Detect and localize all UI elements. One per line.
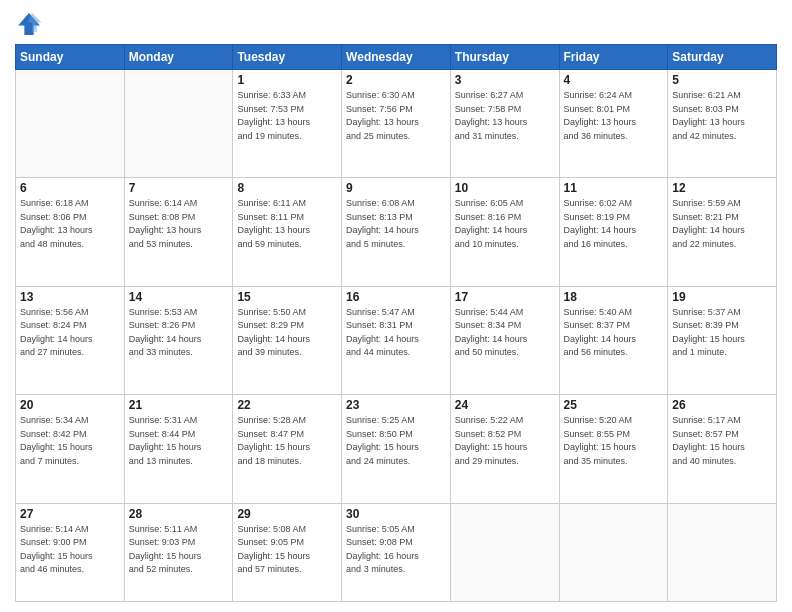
calendar-cell: 22Sunrise: 5:28 AMSunset: 8:47 PMDayligh…: [233, 395, 342, 503]
calendar-cell: 29Sunrise: 5:08 AMSunset: 9:05 PMDayligh…: [233, 503, 342, 601]
day-info: Sunrise: 5:11 AMSunset: 9:03 PMDaylight:…: [129, 523, 229, 577]
calendar-cell: 7Sunrise: 6:14 AMSunset: 8:08 PMDaylight…: [124, 178, 233, 286]
calendar-cell: 13Sunrise: 5:56 AMSunset: 8:24 PMDayligh…: [16, 286, 125, 394]
day-number: 30: [346, 507, 446, 521]
day-info: Sunrise: 6:14 AMSunset: 8:08 PMDaylight:…: [129, 197, 229, 251]
day-info: Sunrise: 6:24 AMSunset: 8:01 PMDaylight:…: [564, 89, 664, 143]
day-number: 13: [20, 290, 120, 304]
calendar-cell: [450, 503, 559, 601]
weekday-header-saturday: Saturday: [668, 45, 777, 70]
day-number: 8: [237, 181, 337, 195]
day-info: Sunrise: 5:37 AMSunset: 8:39 PMDaylight:…: [672, 306, 772, 360]
calendar-cell: 3Sunrise: 6:27 AMSunset: 7:58 PMDaylight…: [450, 70, 559, 178]
day-number: 26: [672, 398, 772, 412]
day-info: Sunrise: 5:25 AMSunset: 8:50 PMDaylight:…: [346, 414, 446, 468]
day-info: Sunrise: 5:40 AMSunset: 8:37 PMDaylight:…: [564, 306, 664, 360]
calendar-cell: 15Sunrise: 5:50 AMSunset: 8:29 PMDayligh…: [233, 286, 342, 394]
calendar-cell: 20Sunrise: 5:34 AMSunset: 8:42 PMDayligh…: [16, 395, 125, 503]
week-row-5: 27Sunrise: 5:14 AMSunset: 9:00 PMDayligh…: [16, 503, 777, 601]
day-info: Sunrise: 6:05 AMSunset: 8:16 PMDaylight:…: [455, 197, 555, 251]
calendar-cell: 21Sunrise: 5:31 AMSunset: 8:44 PMDayligh…: [124, 395, 233, 503]
calendar-cell: [559, 503, 668, 601]
calendar-cell: 24Sunrise: 5:22 AMSunset: 8:52 PMDayligh…: [450, 395, 559, 503]
weekday-header-friday: Friday: [559, 45, 668, 70]
day-info: Sunrise: 5:47 AMSunset: 8:31 PMDaylight:…: [346, 306, 446, 360]
day-info: Sunrise: 5:14 AMSunset: 9:00 PMDaylight:…: [20, 523, 120, 577]
day-number: 21: [129, 398, 229, 412]
week-row-3: 13Sunrise: 5:56 AMSunset: 8:24 PMDayligh…: [16, 286, 777, 394]
day-info: Sunrise: 5:22 AMSunset: 8:52 PMDaylight:…: [455, 414, 555, 468]
day-number: 22: [237, 398, 337, 412]
calendar-cell: 12Sunrise: 5:59 AMSunset: 8:21 PMDayligh…: [668, 178, 777, 286]
calendar-cell: [124, 70, 233, 178]
calendar-cell: 11Sunrise: 6:02 AMSunset: 8:19 PMDayligh…: [559, 178, 668, 286]
weekday-header-tuesday: Tuesday: [233, 45, 342, 70]
weekday-header-row: SundayMondayTuesdayWednesdayThursdayFrid…: [16, 45, 777, 70]
day-number: 5: [672, 73, 772, 87]
header: [15, 10, 777, 38]
calendar-cell: 23Sunrise: 5:25 AMSunset: 8:50 PMDayligh…: [342, 395, 451, 503]
day-info: Sunrise: 5:17 AMSunset: 8:57 PMDaylight:…: [672, 414, 772, 468]
calendar-cell: 14Sunrise: 5:53 AMSunset: 8:26 PMDayligh…: [124, 286, 233, 394]
day-number: 7: [129, 181, 229, 195]
day-number: 23: [346, 398, 446, 412]
calendar-cell: [668, 503, 777, 601]
day-number: 2: [346, 73, 446, 87]
calendar-cell: 4Sunrise: 6:24 AMSunset: 8:01 PMDaylight…: [559, 70, 668, 178]
day-info: Sunrise: 6:30 AMSunset: 7:56 PMDaylight:…: [346, 89, 446, 143]
day-info: Sunrise: 6:21 AMSunset: 8:03 PMDaylight:…: [672, 89, 772, 143]
calendar-cell: 30Sunrise: 5:05 AMSunset: 9:08 PMDayligh…: [342, 503, 451, 601]
day-info: Sunrise: 6:02 AMSunset: 8:19 PMDaylight:…: [564, 197, 664, 251]
day-number: 3: [455, 73, 555, 87]
weekday-header-thursday: Thursday: [450, 45, 559, 70]
day-info: Sunrise: 6:27 AMSunset: 7:58 PMDaylight:…: [455, 89, 555, 143]
calendar-cell: 9Sunrise: 6:08 AMSunset: 8:13 PMDaylight…: [342, 178, 451, 286]
day-info: Sunrise: 5:20 AMSunset: 8:55 PMDaylight:…: [564, 414, 664, 468]
day-number: 4: [564, 73, 664, 87]
day-info: Sunrise: 5:59 AMSunset: 8:21 PMDaylight:…: [672, 197, 772, 251]
day-info: Sunrise: 5:28 AMSunset: 8:47 PMDaylight:…: [237, 414, 337, 468]
day-number: 1: [237, 73, 337, 87]
calendar-cell: 27Sunrise: 5:14 AMSunset: 9:00 PMDayligh…: [16, 503, 125, 601]
day-number: 25: [564, 398, 664, 412]
calendar-cell: 17Sunrise: 5:44 AMSunset: 8:34 PMDayligh…: [450, 286, 559, 394]
calendar-cell: 28Sunrise: 5:11 AMSunset: 9:03 PMDayligh…: [124, 503, 233, 601]
calendar-cell: 8Sunrise: 6:11 AMSunset: 8:11 PMDaylight…: [233, 178, 342, 286]
calendar-cell: 5Sunrise: 6:21 AMSunset: 8:03 PMDaylight…: [668, 70, 777, 178]
day-number: 11: [564, 181, 664, 195]
calendar-cell: 2Sunrise: 6:30 AMSunset: 7:56 PMDaylight…: [342, 70, 451, 178]
calendar-cell: [16, 70, 125, 178]
day-info: Sunrise: 6:11 AMSunset: 8:11 PMDaylight:…: [237, 197, 337, 251]
day-number: 12: [672, 181, 772, 195]
page: SundayMondayTuesdayWednesdayThursdayFrid…: [0, 0, 792, 612]
day-number: 28: [129, 507, 229, 521]
day-number: 24: [455, 398, 555, 412]
day-number: 19: [672, 290, 772, 304]
week-row-1: 1Sunrise: 6:33 AMSunset: 7:53 PMDaylight…: [16, 70, 777, 178]
day-info: Sunrise: 5:50 AMSunset: 8:29 PMDaylight:…: [237, 306, 337, 360]
day-number: 10: [455, 181, 555, 195]
calendar-cell: 16Sunrise: 5:47 AMSunset: 8:31 PMDayligh…: [342, 286, 451, 394]
day-number: 17: [455, 290, 555, 304]
day-info: Sunrise: 5:56 AMSunset: 8:24 PMDaylight:…: [20, 306, 120, 360]
day-info: Sunrise: 5:34 AMSunset: 8:42 PMDaylight:…: [20, 414, 120, 468]
weekday-header-monday: Monday: [124, 45, 233, 70]
calendar-cell: 19Sunrise: 5:37 AMSunset: 8:39 PMDayligh…: [668, 286, 777, 394]
day-info: Sunrise: 6:08 AMSunset: 8:13 PMDaylight:…: [346, 197, 446, 251]
day-number: 16: [346, 290, 446, 304]
day-number: 18: [564, 290, 664, 304]
calendar-cell: 26Sunrise: 5:17 AMSunset: 8:57 PMDayligh…: [668, 395, 777, 503]
logo-icon: [15, 10, 43, 38]
week-row-2: 6Sunrise: 6:18 AMSunset: 8:06 PMDaylight…: [16, 178, 777, 286]
calendar-cell: 6Sunrise: 6:18 AMSunset: 8:06 PMDaylight…: [16, 178, 125, 286]
logo: [15, 10, 45, 38]
week-row-4: 20Sunrise: 5:34 AMSunset: 8:42 PMDayligh…: [16, 395, 777, 503]
day-number: 15: [237, 290, 337, 304]
calendar-cell: 18Sunrise: 5:40 AMSunset: 8:37 PMDayligh…: [559, 286, 668, 394]
day-number: 6: [20, 181, 120, 195]
weekday-header-sunday: Sunday: [16, 45, 125, 70]
day-info: Sunrise: 6:18 AMSunset: 8:06 PMDaylight:…: [20, 197, 120, 251]
day-info: Sunrise: 5:05 AMSunset: 9:08 PMDaylight:…: [346, 523, 446, 577]
day-number: 14: [129, 290, 229, 304]
day-info: Sunrise: 5:53 AMSunset: 8:26 PMDaylight:…: [129, 306, 229, 360]
